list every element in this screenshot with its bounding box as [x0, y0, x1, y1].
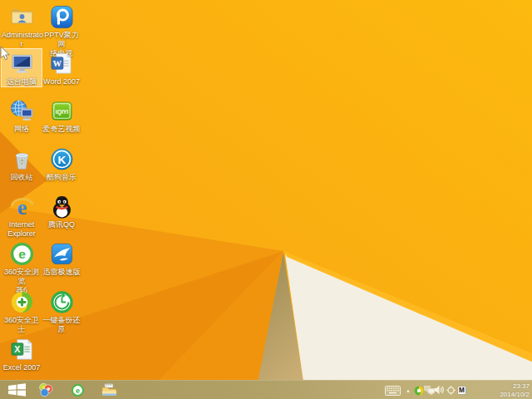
icon-label: Excel 2007	[2, 363, 42, 372]
start-button[interactable]	[5, 381, 28, 399]
desktop-icon-administrator[interactable]: Administrato r	[2, 2, 42, 49]
taskbar-360-software-manager[interactable]	[35, 381, 57, 399]
360-browser-icon: e	[71, 383, 85, 397]
desktop-icon-network[interactable]: 网络	[2, 96, 42, 134]
icon-label: 回收站	[2, 173, 42, 182]
utility-ring-icon[interactable]	[446, 386, 456, 395]
icon-label: 迅雷极速版	[42, 268, 81, 277]
icon-label: Internet Explorer	[2, 220, 42, 239]
iqiyi-icon: iQIYI	[49, 98, 75, 124]
show-hidden-icons-chevron[interactable]: ▲	[404, 387, 412, 394]
svg-text:K: K	[57, 154, 66, 166]
icon-label: 360安全卫士	[2, 316, 42, 334]
desktop-icon-recycle-bin[interactable]: 回收站	[2, 145, 42, 182]
mouse-cursor	[0, 47, 11, 62]
svg-text:e: e	[18, 247, 26, 261]
desktop-icon-backup-restore[interactable]: 一键备份还原	[42, 288, 81, 334]
taskbar-clock[interactable]: 23:37 2014/10/2	[480, 382, 530, 398]
volume-icon[interactable]	[434, 385, 445, 395]
taskbar: e	[0, 380, 532, 399]
windows-logo-icon	[8, 383, 26, 397]
icon-label: 这台电脑	[2, 77, 42, 86]
svg-text:e: e	[75, 386, 79, 394]
taskbar-file-explorer[interactable]	[98, 381, 120, 399]
backup-restore-clock-icon	[49, 289, 75, 315]
desktop-icon-internet-explorer[interactable]: e Internet Explorer	[2, 192, 42, 239]
touch-keyboard-icon[interactable]	[384, 385, 401, 396]
360-safety-tray-icon[interactable]	[413, 385, 424, 396]
360-software-manager-icon	[38, 382, 53, 397]
desktop-icon-360-safety-guard[interactable]: 360安全卫士	[2, 288, 42, 334]
ie-icon: e	[9, 194, 35, 219]
this-pc-icon	[9, 51, 35, 76]
icon-label: 腾讯QQ	[42, 220, 81, 229]
taskbar-360-browser[interactable]: e	[66, 381, 88, 399]
desktop-icon-kugou[interactable]: K 酷狗音乐	[42, 145, 81, 182]
clock-date: 2014/10/2	[480, 391, 530, 399]
desktop-icon-excel-2007[interactable]: X Excel 2007	[2, 335, 42, 372]
windows-desktop: Administrato r PPTV聚力 网 络电视 这台电脑	[0, 0, 532, 399]
desktop-icon-iqiyi[interactable]: iQIYI 爱奇艺视频	[42, 96, 81, 134]
xunlei-bird-icon	[49, 241, 75, 267]
icon-label: 网络	[2, 125, 42, 134]
ime-icon[interactable]: M	[457, 386, 466, 395]
icon-label: Word 2007	[42, 77, 81, 86]
qq-penguin-icon	[49, 194, 75, 219]
recycle-bin-icon	[9, 146, 35, 172]
desktop-icon-xunlei[interactable]: 迅雷极速版	[42, 239, 81, 277]
kugou-icon: K	[49, 146, 75, 172]
network-icon	[9, 98, 35, 124]
svg-text:W: W	[52, 59, 62, 68]
clock-time: 23:37	[480, 382, 530, 391]
ime-mode-letter: M	[459, 387, 465, 394]
icon-label: 酷狗音乐	[42, 173, 81, 182]
pptv-icon	[49, 4, 75, 30]
word-icon: W	[49, 51, 75, 76]
svg-text:X: X	[14, 344, 20, 354]
file-explorer-icon	[101, 383, 117, 397]
desktop-icon-word-2007[interactable]: W Word 2007	[42, 49, 81, 86]
excel-icon: X	[9, 337, 35, 362]
icon-label: 爱奇艺视频	[42, 125, 81, 134]
user-folder-icon	[9, 4, 35, 30]
icon-label: 一键备份还原	[42, 316, 81, 334]
desktop-icon-qq[interactable]: 腾讯QQ	[42, 192, 81, 229]
360-safety-guard-icon	[9, 289, 35, 315]
desktop-icon-360-browser[interactable]: e 360安全浏览 器6	[2, 239, 42, 295]
svg-text:iQIYI: iQIYI	[55, 109, 68, 116]
360-browser-icon: e	[9, 241, 35, 267]
